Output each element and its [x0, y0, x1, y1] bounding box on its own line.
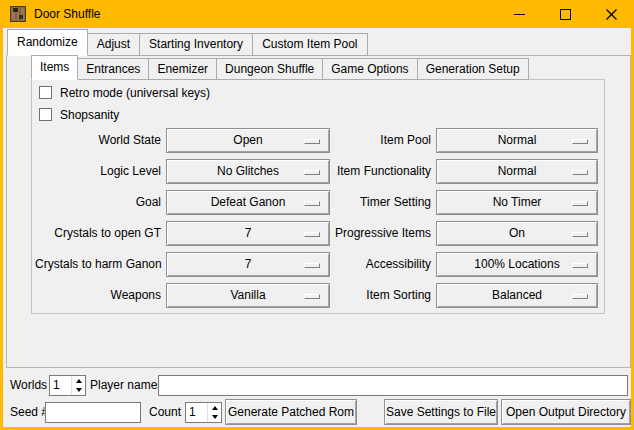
item-functionality-value: Normal — [498, 160, 537, 183]
item-pool-value: Normal — [498, 129, 537, 152]
tab-items[interactable]: Items — [31, 55, 78, 80]
seed-label: Seed # — [10, 402, 48, 423]
goal-value: Defeat Ganon — [211, 191, 286, 214]
dropdown-indicator-icon — [304, 294, 320, 299]
progressive-items-label: Progressive Items — [333, 221, 431, 246]
logic-level-label: Logic Level — [35, 159, 161, 184]
dropdown-indicator-icon — [572, 232, 588, 237]
player-names-input[interactable] — [158, 375, 628, 396]
worlds-spinner[interactable]: 1 — [49, 375, 86, 396]
open-output-directory-button[interactable]: Open Output Directory — [501, 399, 631, 425]
crystals-gt-dropdown[interactable]: 7 — [166, 221, 330, 246]
weapons-value: Vanilla — [230, 284, 265, 307]
maximize-button[interactable] — [542, 0, 588, 28]
tab-randomize[interactable]: Randomize — [7, 29, 88, 56]
worlds-label: Worlds — [10, 375, 47, 396]
dropdown-indicator-icon — [572, 263, 588, 268]
dropdown-indicator-icon — [304, 139, 320, 144]
tab-generation-setup[interactable]: Generation Setup — [417, 58, 529, 80]
titlebar[interactable]: Door Shuffle — [0, 0, 634, 28]
window-title: Door Shuffle — [34, 7, 101, 21]
goal-dropdown[interactable]: Defeat Ganon — [166, 190, 330, 215]
worlds-down-button[interactable] — [72, 386, 85, 396]
world-state-dropdown[interactable]: Open — [166, 128, 330, 153]
logic-level-dropdown[interactable]: No Glitches — [166, 159, 330, 184]
seed-input[interactable] — [45, 402, 141, 423]
tab-custom-item-pool[interactable]: Custom Item Pool — [252, 33, 367, 56]
logic-level-value: No Glitches — [217, 160, 279, 183]
tab-starting-inventory[interactable]: Starting Inventory — [139, 33, 253, 56]
generate-patched-rom-button[interactable]: Generate Patched Rom — [225, 399, 357, 425]
main-tab-bar: Randomize Adjust Starting Inventory Cust… — [7, 31, 367, 56]
items-tab-bar: Items Entrances Enemizer Dungeon Shuffle… — [31, 57, 528, 80]
accessibility-value: 100% Locations — [474, 253, 559, 276]
timer-setting-value: No Timer — [493, 191, 542, 214]
world-state-value: Open — [233, 129, 262, 152]
dropdown-indicator-icon — [572, 201, 588, 206]
progressive-items-value: On — [509, 222, 525, 245]
dropdown-indicator-icon — [304, 232, 320, 237]
tab-enemizer[interactable]: Enemizer — [148, 58, 217, 80]
arrow-up-icon — [76, 379, 82, 383]
count-value: 1 — [186, 403, 207, 422]
timer-setting-dropdown[interactable]: No Timer — [436, 190, 598, 215]
app-window: Door Shuffle Randomize Adjust Starting I… — [0, 0, 634, 430]
crystals-gt-value: 7 — [245, 222, 252, 245]
progressive-items-dropdown[interactable]: On — [436, 221, 598, 246]
player-names-label: Player names — [90, 375, 163, 396]
tab-entrances[interactable]: Entrances — [77, 58, 149, 80]
accessibility-dropdown[interactable]: 100% Locations — [436, 252, 598, 277]
minimize-button[interactable] — [496, 0, 542, 28]
minimize-icon — [514, 14, 525, 15]
maximize-icon — [560, 9, 571, 20]
goal-label: Goal — [35, 190, 161, 215]
crystals-ganon-value: 7 — [245, 253, 252, 276]
weapons-label: Weapons — [35, 283, 161, 308]
arrow-down-icon — [212, 415, 218, 419]
worlds-up-button[interactable] — [72, 376, 85, 386]
tab-dungeon-shuffle[interactable]: Dungeon Shuffle — [216, 58, 323, 80]
weapons-dropdown[interactable]: Vanilla — [166, 283, 330, 308]
item-functionality-dropdown[interactable]: Normal — [436, 159, 598, 184]
crystals-gt-label: Crystals to open GT — [35, 221, 161, 246]
retro-mode-checkbox[interactable] — [39, 86, 52, 99]
item-pool-dropdown[interactable]: Normal — [436, 128, 598, 153]
save-settings-button[interactable]: Save Settings to File — [384, 399, 498, 425]
item-pool-label: Item Pool — [333, 128, 431, 153]
count-spinner[interactable]: 1 — [185, 402, 222, 423]
accessibility-label: Accessibility — [333, 252, 431, 277]
close-icon — [606, 9, 617, 20]
arrow-down-icon — [76, 388, 82, 392]
door-icon — [10, 6, 26, 22]
crystals-ganon-dropdown[interactable]: 7 — [166, 252, 330, 277]
shopsanity-checkbox[interactable] — [39, 108, 52, 121]
worlds-value: 1 — [50, 376, 71, 395]
shopsanity-label: Shopsanity — [60, 108, 119, 122]
close-button[interactable] — [588, 0, 634, 28]
world-state-label: World State — [35, 128, 161, 153]
count-label: Count — [143, 402, 181, 423]
dropdown-indicator-icon — [572, 294, 588, 299]
tab-game-options[interactable]: Game Options — [322, 58, 417, 80]
item-sorting-label: Item Sorting — [333, 283, 431, 308]
dropdown-indicator-icon — [572, 170, 588, 175]
arrow-up-icon — [212, 406, 218, 410]
count-up-button[interactable] — [208, 403, 221, 413]
retro-mode-label: Retro mode (universal keys) — [60, 86, 210, 100]
dropdown-indicator-icon — [304, 263, 320, 268]
dropdown-indicator-icon — [304, 170, 320, 175]
dropdown-indicator-icon — [572, 139, 588, 144]
item-sorting-dropdown[interactable]: Balanced — [436, 283, 598, 308]
tab-adjust[interactable]: Adjust — [87, 33, 140, 56]
dropdown-indicator-icon — [304, 201, 320, 206]
count-down-button[interactable] — [208, 413, 221, 423]
item-sorting-value: Balanced — [492, 284, 542, 307]
item-functionality-label: Item Functionality — [333, 159, 431, 184]
timer-setting-label: Timer Setting — [333, 190, 431, 215]
crystals-ganon-label: Crystals to harm Ganon — [35, 252, 161, 277]
